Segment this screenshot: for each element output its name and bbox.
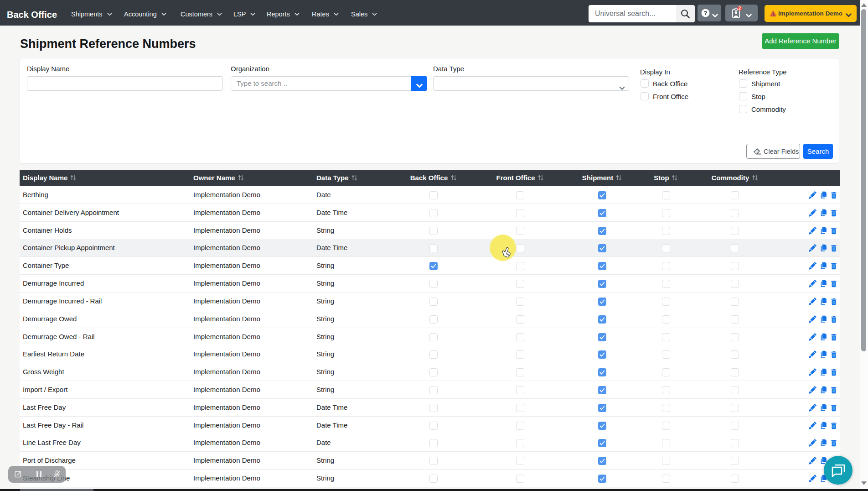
svg-text:?: ? — [704, 10, 708, 16]
svg-text:2: 2 — [739, 6, 741, 11]
